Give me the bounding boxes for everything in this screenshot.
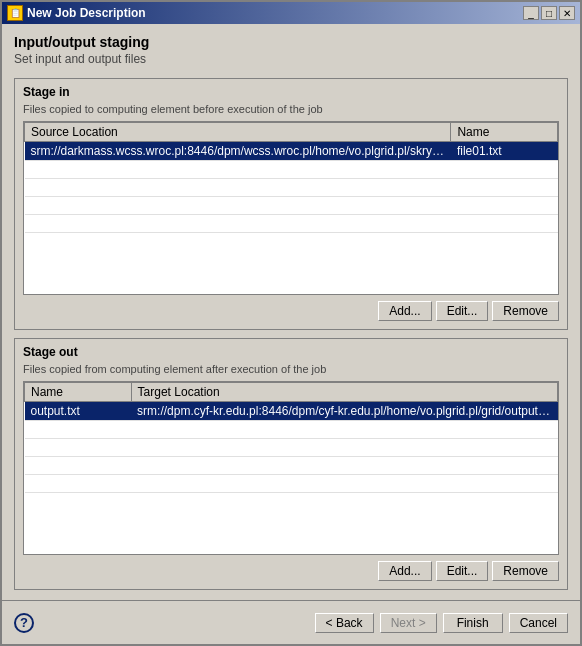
main-window: 📋 New Job Description _ □ ✕ Input/output… <box>0 0 582 646</box>
stage-in-empty-row-2 <box>25 179 558 197</box>
stage-out-remove-button[interactable]: Remove <box>492 561 559 581</box>
stage-in-edit-button[interactable]: Edit... <box>436 301 489 321</box>
stage-out-row-1-name: output.txt <box>25 402 132 421</box>
stage-in-empty-row-3 <box>25 197 558 215</box>
stage-in-row-1-source: srm://darkmass.wcss.wroc.pl:8446/dpm/wcs… <box>25 142 451 161</box>
stage-out-empty-row-4 <box>25 475 558 493</box>
stage-out-empty-row-3 <box>25 457 558 475</box>
content-area: Input/output staging Set input and outpu… <box>2 24 580 600</box>
back-button[interactable]: < Back <box>315 613 374 633</box>
stage-out-col-name: Name <box>25 383 132 402</box>
finish-button[interactable]: Finish <box>443 613 503 633</box>
minimize-button[interactable]: _ <box>523 6 539 20</box>
stage-out-row-1-target: srm://dpm.cyf-kr.edu.pl:8446/dpm/cyf-kr.… <box>131 402 557 421</box>
stage-out-buttons: Add... Edit... Remove <box>23 561 559 581</box>
footer-bar: ? < Back Next > Finish Cancel <box>2 600 580 644</box>
page-header: Input/output staging Set input and outpu… <box>14 34 568 70</box>
stage-out-table: Name Target Location output.txt srm://dp… <box>24 382 558 493</box>
close-button[interactable]: ✕ <box>559 6 575 20</box>
maximize-button[interactable]: □ <box>541 6 557 20</box>
stage-in-table: Source Location Name srm://darkmass.wcss… <box>24 122 558 233</box>
stage-out-table-container: Name Target Location output.txt srm://dp… <box>23 381 559 555</box>
stage-out-title: Stage out <box>23 345 559 359</box>
stage-out-row-1[interactable]: output.txt srm://dpm.cyf-kr.edu.pl:8446/… <box>25 402 558 421</box>
page-subtitle: Set input and output files <box>14 52 568 66</box>
stage-out-empty-row-1 <box>25 421 558 439</box>
stage-in-col-name: Name <box>451 123 558 142</box>
stage-out-group: Stage out Files copied from computing el… <box>14 338 568 590</box>
title-controls: _ □ ✕ <box>523 6 575 20</box>
stage-out-add-button[interactable]: Add... <box>378 561 431 581</box>
window-title: New Job Description <box>27 6 146 20</box>
title-bar: 📋 New Job Description _ □ ✕ <box>2 2 580 24</box>
stage-in-add-button[interactable]: Add... <box>378 301 431 321</box>
next-button[interactable]: Next > <box>380 613 437 633</box>
page-title: Input/output staging <box>14 34 568 50</box>
stage-in-col-source: Source Location <box>25 123 451 142</box>
help-button[interactable]: ? <box>14 613 34 633</box>
stage-in-description: Files copied to computing element before… <box>23 103 559 115</box>
window-icon: 📋 <box>7 5 23 21</box>
footer-left: ? <box>14 613 34 633</box>
footer-right: < Back Next > Finish Cancel <box>315 613 568 633</box>
sections-wrap: Stage in Files copied to computing eleme… <box>14 78 568 590</box>
stage-in-title: Stage in <box>23 85 559 99</box>
stage-out-empty-row-2 <box>25 439 558 457</box>
stage-in-table-container: Source Location Name srm://darkmass.wcss… <box>23 121 559 295</box>
stage-out-description: Files copied from computing element afte… <box>23 363 559 375</box>
stage-out-col-target: Target Location <box>131 383 557 402</box>
stage-in-row-1[interactable]: srm://darkmass.wcss.wroc.pl:8446/dpm/wcs… <box>25 142 558 161</box>
cancel-button[interactable]: Cancel <box>509 613 568 633</box>
stage-in-empty-row-4 <box>25 215 558 233</box>
stage-in-row-1-name: file01.txt <box>451 142 558 161</box>
stage-in-group: Stage in Files copied to computing eleme… <box>14 78 568 330</box>
stage-in-empty-row-1 <box>25 161 558 179</box>
stage-in-remove-button[interactable]: Remove <box>492 301 559 321</box>
stage-out-edit-button[interactable]: Edit... <box>436 561 489 581</box>
stage-in-buttons: Add... Edit... Remove <box>23 301 559 321</box>
